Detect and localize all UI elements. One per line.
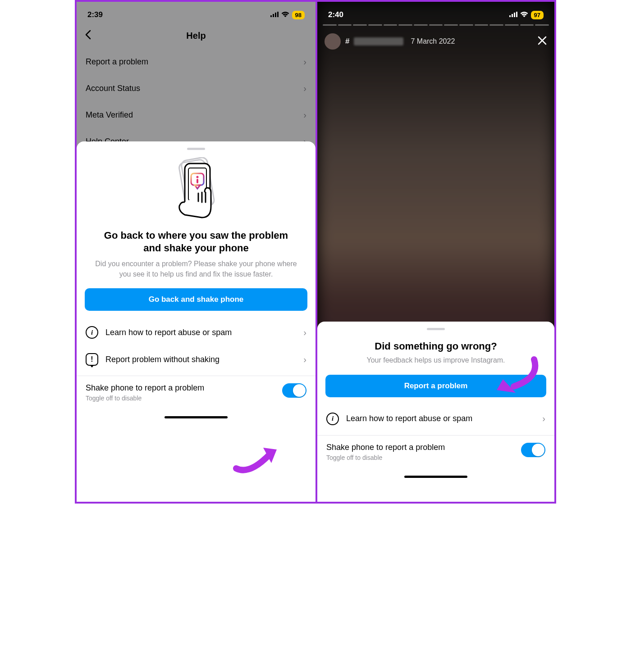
svg-rect-12 [512,14,513,17]
story-header: # 7 March 2022 [317,30,554,53]
learn-report-abuse-row[interactable]: i Learn how to report abuse or spam › [317,405,554,432]
shake-toggle-title: Shake phone to report a problem [86,383,204,393]
sheet-drag-handle[interactable] [187,148,205,150]
sheet-drag-handle[interactable] [427,328,445,330]
svg-point-9 [197,176,199,178]
status-time: 2:39 [87,10,103,19]
cellular-signal-icon [270,11,279,19]
svg-rect-13 [514,13,515,17]
shake-toggle-title: Shake phone to report a problem [326,443,445,452]
info-icon: i [86,326,98,339]
shake-toggle-sub: Toggle off to disable [86,395,204,402]
shake-phone-illustration-icon [77,157,316,220]
learn-report-abuse-row[interactable]: i Learn how to report abuse or spam › [77,319,316,346]
cellular-signal-icon [509,11,517,19]
chevron-right-icon: › [303,354,306,365]
username-redacted [354,37,403,45]
sheet-title: Did something go wrong? [317,337,554,353]
avatar[interactable] [325,33,341,50]
close-icon[interactable] [537,34,547,49]
shake-report-toggle[interactable] [282,383,306,398]
svg-rect-10 [197,179,198,183]
report-icon: ! [86,353,98,366]
status-bar: 2:39 98 [77,2,316,24]
svg-rect-11 [509,15,511,17]
svg-rect-14 [516,12,517,17]
sheet-subtitle: Did you encounter a problem? Please shak… [77,254,316,279]
svg-rect-2 [275,13,276,17]
wifi-icon [281,11,289,19]
sheet-title: Go back to where you saw the problem and… [77,229,316,254]
chevron-right-icon: › [303,327,306,338]
home-indicator[interactable] [165,416,228,418]
report-problem-sheet: Did something go wrong? Your feedback he… [317,322,554,502]
home-indicator[interactable] [404,476,467,478]
shake-toggle-sub: Toggle off to disable [326,454,445,461]
wifi-icon [520,11,528,19]
chevron-right-icon: › [542,413,545,424]
story-hash: # [345,37,349,46]
svg-rect-3 [277,12,279,17]
status-time: 2:40 [328,10,343,19]
sheet-subtitle: Your feedback helps us improve Instagram… [317,353,554,365]
report-problem-button[interactable]: Report a problem [325,375,546,397]
option-label: Report problem without shaking [105,355,219,364]
battery-level: 97 [531,11,544,19]
story-date: 7 March 2022 [411,37,455,45]
battery-level: 98 [292,11,305,19]
info-icon: i [326,413,339,425]
svg-rect-0 [270,15,272,17]
shake-report-toggle[interactable] [521,443,545,457]
option-label: Learn how to report abuse or spam [346,414,472,423]
story-progress-bar [323,24,549,26]
status-bar: 2:40 97 [317,2,554,24]
report-problem-sheet: Go back to where you saw the problem and… [77,141,316,502]
option-label: Learn how to report abuse or spam [105,328,232,337]
report-without-shaking-row[interactable]: ! Report problem without shaking › [77,346,316,373]
go-back-shake-button[interactable]: Go back and shake phone [85,288,307,311]
svg-rect-1 [273,14,274,17]
